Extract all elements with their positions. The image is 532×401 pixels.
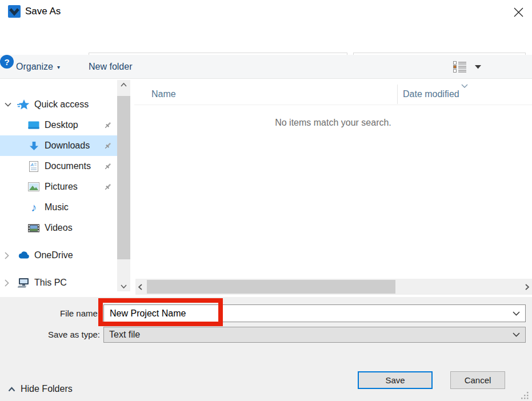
title-bar: Save As	[0, 0, 532, 23]
cancel-button[interactable]: Cancel	[450, 371, 505, 389]
sidebar-item-label: Downloads	[45, 141, 90, 151]
save-as-type-label: Save as type:	[0, 327, 100, 343]
navigation-pane: Quick access Desktop Downloads	[0, 79, 117, 297]
chevron-up-icon	[8, 387, 15, 392]
pictures-icon	[27, 182, 40, 191]
hide-folders-label: Hide Folders	[21, 384, 73, 394]
file-name-input[interactable]	[104, 308, 513, 319]
onedrive-icon	[17, 251, 30, 260]
chevron-down-icon	[513, 332, 520, 337]
navigation-bar: This PC Downloads ↻	[0, 23, 532, 55]
close-icon	[514, 7, 523, 17]
horizontal-scrollbar[interactable]	[135, 279, 532, 295]
sidebar-item-downloads[interactable]: Downloads	[0, 135, 117, 156]
chevron-collapsed-icon[interactable]	[5, 279, 13, 287]
column-header-name[interactable]: Name	[151, 83, 176, 105]
sidebar-item-this-pc[interactable]: This PC	[0, 272, 117, 293]
sidebar-item-label: Videos	[45, 223, 73, 233]
pin-icon	[103, 183, 112, 191]
cancel-button-label: Cancel	[465, 375, 491, 385]
sidebar-item-label: Documents	[45, 161, 91, 171]
hide-folders-button[interactable]: Hide Folders	[8, 382, 73, 396]
videos-icon	[27, 224, 40, 232]
sidebar-item-label: Desktop	[45, 120, 78, 130]
file-name-dropdown-button[interactable]	[513, 311, 520, 316]
pin-icon	[103, 162, 112, 171]
quick-access-star-icon	[17, 99, 30, 110]
file-name-label: File name:	[0, 304, 100, 322]
documents-icon: A	[27, 161, 40, 172]
sidebar-item-videos[interactable]: Videos	[0, 218, 117, 238]
sidebar-item-label: OneDrive	[34, 250, 73, 260]
save-button-label: Save	[385, 375, 405, 385]
content-area: Quick access Desktop Downloads	[0, 79, 532, 297]
details-view-icon	[453, 61, 467, 73]
sidebar-item-label: Music	[45, 202, 69, 212]
chevron-down-icon: ▾	[57, 64, 60, 70]
resize-grip-icon	[521, 392, 529, 400]
this-pc-icon	[17, 278, 30, 288]
chevron-up-icon	[121, 83, 127, 87]
sidebar-item-label: Quick access	[34, 99, 89, 110]
sidebar-item-documents[interactable]: A Documents	[0, 156, 117, 177]
app-logo-icon	[8, 5, 21, 18]
empty-list-message: No items match your search.	[134, 118, 532, 128]
close-button[interactable]	[510, 4, 526, 20]
save-form-panel: File name: Save as type: Text file Hide …	[0, 297, 532, 401]
save-as-dialog: Save As This PC Do	[0, 0, 532, 401]
sort-filter-button[interactable]	[461, 80, 468, 90]
scrollbar-thumb[interactable]	[117, 96, 130, 259]
view-options-caret[interactable]	[475, 55, 481, 79]
chevron-expanded-icon[interactable]	[5, 102, 13, 107]
music-icon: ♪	[27, 202, 40, 213]
chevron-right-icon	[525, 284, 529, 290]
sidebar-item-music[interactable]: ♪ Music	[0, 197, 117, 218]
chevron-left-icon	[138, 284, 142, 290]
scrollbar-thumb[interactable]	[147, 280, 395, 294]
resize-grip[interactable]	[521, 392, 529, 401]
desktop-icon	[27, 121, 40, 130]
save-as-type-select[interactable]: Text file	[103, 327, 526, 343]
svg-text:A: A	[30, 162, 34, 167]
chevron-collapsed-icon[interactable]	[5, 252, 13, 259]
organize-button[interactable]: Organize ▾	[16, 55, 60, 79]
sidebar-item-quick-access[interactable]: Quick access	[0, 94, 117, 115]
scroll-right-button[interactable]	[522, 279, 532, 295]
sidebar-item-label: Pictures	[45, 182, 78, 192]
column-header-date-modified[interactable]: Date modified	[403, 83, 459, 105]
sidebar-item-desktop[interactable]: Desktop	[0, 115, 117, 135]
save-as-type-value: Text file	[104, 330, 513, 340]
command-toolbar: Organize ▾ New folder ?	[0, 55, 532, 79]
downloads-icon	[27, 141, 40, 151]
scroll-up-button[interactable]	[117, 80, 130, 90]
chevron-down-icon	[121, 284, 127, 288]
pin-icon	[103, 121, 112, 130]
scroll-down-button[interactable]	[117, 282, 130, 291]
window-title: Save As	[25, 0, 61, 23]
chevron-down-icon	[461, 84, 468, 88]
change-view-button[interactable]	[453, 55, 467, 79]
sidebar-scrollbar[interactable]	[117, 80, 130, 291]
chevron-down-icon	[475, 65, 481, 69]
question-mark-icon: ?	[4, 57, 9, 67]
list-header: Name Date modified	[134, 83, 532, 105]
sidebar-item-label: This PC	[34, 278, 67, 288]
file-list: Name Date modified No items match your s…	[134, 79, 532, 297]
help-button[interactable]: ?	[0, 55, 14, 69]
pin-icon	[103, 142, 112, 150]
new-folder-button[interactable]: New folder	[89, 55, 132, 79]
save-button[interactable]: Save	[358, 371, 433, 389]
file-name-combobox	[103, 304, 526, 322]
new-folder-label: New folder	[89, 62, 132, 72]
scroll-left-button[interactable]	[135, 279, 145, 295]
sidebar-item-onedrive[interactable]: OneDrive	[0, 245, 117, 266]
sidebar-item-pictures[interactable]: Pictures	[0, 177, 117, 197]
organize-label: Organize	[16, 62, 53, 72]
column-divider[interactable]	[397, 85, 398, 104]
chevron-down-icon	[513, 311, 520, 316]
